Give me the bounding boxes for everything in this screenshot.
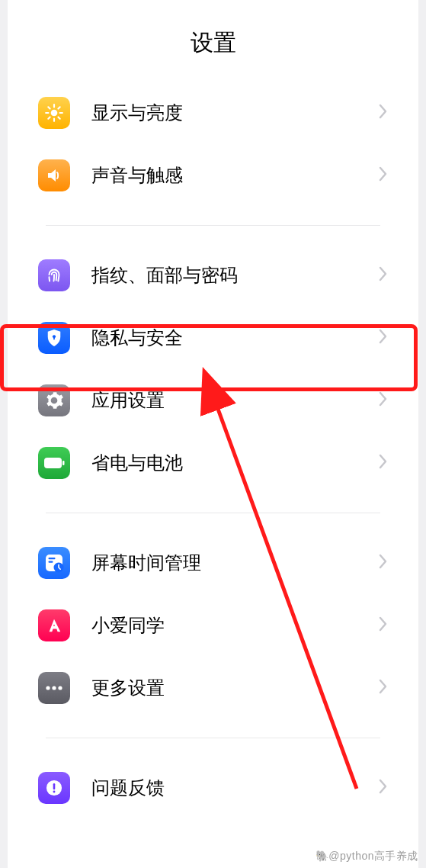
- settings-row-battery[interactable]: 省电与电池: [8, 432, 418, 494]
- group-divider: [46, 738, 380, 738]
- chevron-right-icon: [379, 616, 388, 635]
- chevron-right-icon: [379, 553, 388, 573]
- svg-rect-15: [49, 558, 56, 559]
- chevron-right-icon: [379, 166, 388, 185]
- settings-row-privacy[interactable]: 隐私与安全: [8, 307, 418, 369]
- chevron-right-icon: [379, 453, 388, 473]
- svg-point-17: [46, 686, 50, 690]
- fingerprint-icon: [38, 259, 70, 291]
- settings-row-label: 小爱同学: [91, 613, 379, 638]
- chevron-right-icon: [379, 778, 388, 798]
- group-divider: [46, 225, 380, 226]
- settings-list: 显示与亮度声音与触感指纹、面部与密码隐私与安全应用设置省电与电池屏幕时间管理小爱…: [8, 82, 418, 819]
- watermark: 🐘@python高手养成: [315, 850, 418, 863]
- svg-rect-21: [53, 783, 56, 789]
- exclamation-icon: [38, 772, 70, 804]
- gear-icon: [38, 384, 70, 416]
- svg-rect-16: [49, 561, 53, 563]
- clock-icon: [38, 547, 70, 579]
- chevron-right-icon: [379, 391, 388, 410]
- svg-point-0: [51, 110, 58, 117]
- settings-group: 显示与亮度声音与触感: [8, 82, 418, 207]
- group-divider: [46, 513, 380, 513]
- settings-row-label: 省电与电池: [91, 451, 379, 475]
- settings-row-label: 指纹、面部与密码: [91, 263, 379, 288]
- settings-row-label: 问题反馈: [91, 776, 379, 800]
- chevron-right-icon: [379, 103, 388, 123]
- settings-row-label: 隐私与安全: [91, 326, 379, 350]
- ai-icon: [38, 609, 70, 641]
- settings-row-label: 更多设置: [91, 676, 379, 700]
- settings-row-feedback[interactable]: 问题反馈: [8, 757, 418, 819]
- shield-icon: [38, 322, 70, 354]
- svg-line-8: [58, 107, 59, 108]
- svg-point-18: [52, 686, 56, 690]
- settings-row-xiaoai[interactable]: 小爱同学: [8, 594, 418, 657]
- settings-row-more[interactable]: 更多设置: [8, 657, 418, 719]
- chevron-right-icon: [379, 265, 388, 285]
- settings-row-label: 声音与触感: [91, 163, 379, 188]
- svg-rect-11: [44, 458, 62, 468]
- settings-row-screentime[interactable]: 屏幕时间管理: [8, 532, 418, 594]
- settings-screen: 设置 显示与亮度声音与触感指纹、面部与密码隐私与安全应用设置省电与电池屏幕时间管…: [8, 0, 418, 868]
- svg-point-22: [53, 791, 56, 793]
- settings-row-display[interactable]: 显示与亮度: [8, 82, 418, 144]
- svg-line-5: [48, 107, 50, 108]
- settings-row-apps[interactable]: 应用设置: [8, 369, 418, 432]
- svg-rect-10: [53, 338, 55, 340]
- sun-icon: [38, 97, 70, 129]
- chevron-right-icon: [379, 328, 388, 348]
- dots-icon: [38, 672, 70, 704]
- battery-icon: [38, 447, 70, 479]
- svg-point-19: [58, 686, 62, 690]
- speaker-icon: [38, 159, 70, 191]
- svg-line-7: [48, 117, 50, 118]
- settings-row-label: 屏幕时间管理: [91, 551, 379, 575]
- chevron-right-icon: [379, 678, 388, 698]
- settings-row-sound[interactable]: 声音与触感: [8, 144, 418, 207]
- settings-row-label: 应用设置: [91, 388, 379, 413]
- settings-row-label: 显示与亮度: [91, 101, 379, 125]
- svg-rect-12: [62, 461, 65, 465]
- settings-group: 屏幕时间管理小爱同学更多设置: [8, 532, 418, 719]
- settings-row-biometric[interactable]: 指纹、面部与密码: [8, 244, 418, 307]
- page-title: 设置: [8, 27, 418, 82]
- settings-group: 指纹、面部与密码隐私与安全应用设置省电与电池: [8, 244, 418, 494]
- svg-line-6: [58, 117, 59, 118]
- settings-group: 问题反馈: [8, 757, 418, 819]
